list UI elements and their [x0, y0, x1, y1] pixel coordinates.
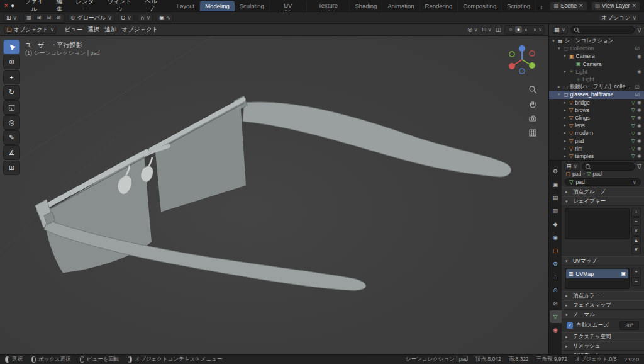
disclosure-caret[interactable]: ▾	[562, 69, 567, 74]
panel-normals[interactable]: ▾ ノーマル	[562, 310, 644, 319]
panel-shape-keys[interactable]: ▾ シェイプキー	[562, 196, 644, 206]
select-mode-subtract-icon[interactable]: ⊟	[44, 15, 54, 20]
row-label[interactable]: lens	[575, 122, 585, 128]
workspace-tab[interactable]: Texture Paint	[307, 1, 350, 11]
row-toggle-icon[interactable]: ☑	[635, 46, 640, 52]
viewport-menu-item[interactable]: 追加	[102, 25, 119, 35]
move-shape-key-up-button[interactable]: ▲	[631, 236, 641, 245]
pan-hand-icon[interactable]	[528, 100, 537, 108]
row-label[interactable]: brows	[575, 107, 589, 113]
disclosure-caret[interactable]: ▸	[562, 154, 567, 159]
physics-tab[interactable]: ⊙	[550, 284, 562, 297]
row-toggle-icon[interactable]: ▽	[631, 138, 635, 144]
row-toggle-icon[interactable]: ▽	[631, 130, 635, 136]
tool-tab[interactable]: ⚙	[550, 165, 562, 178]
visibility-icon[interactable]: ◉	[637, 123, 641, 128]
outliner-display-mode[interactable]: ▦ ∨	[552, 26, 568, 34]
gizmos-dropdown[interactable]: ◎ ∨	[467, 27, 477, 33]
viewport-menu-item[interactable]: 選択	[85, 25, 102, 35]
visibility-icon[interactable]: ◉	[637, 100, 641, 105]
render-toggle-icon[interactable]: ▣	[621, 271, 626, 276]
workspace-tab[interactable]: Modeling	[200, 1, 235, 11]
object-tab[interactable]: ▢	[550, 244, 562, 257]
row-toggle-icon[interactable]: ☑	[635, 92, 640, 98]
shading-rendered-button[interactable]: ◑	[531, 26, 538, 33]
disclosure-caret[interactable]: ▸	[562, 123, 567, 128]
row-toggle-icon[interactable]: ▽	[631, 115, 635, 120]
outliner-row[interactable]: ▣ Camera	[549, 60, 644, 68]
outliner-row[interactable]: ▸ ▽ temples ▽ ◉	[549, 152, 644, 160]
disclosure-caret[interactable]: ▸	[562, 115, 567, 120]
world-tab[interactable]: ◉	[550, 231, 562, 244]
row-toggle-icon[interactable]: ▽	[631, 153, 635, 159]
outliner-row[interactable]: ▸ ▽ bridge ▽ ◉	[549, 99, 644, 106]
select-box-tool[interactable]: ▶	[3, 40, 20, 54]
visibility-icon[interactable]: ◉	[637, 69, 641, 74]
annotate-tool[interactable]: ✎	[3, 130, 20, 145]
row-label[interactable]: modern	[575, 130, 593, 136]
transform-tool[interactable]: ◎	[3, 115, 20, 130]
panel-texture-space[interactable]: ▸ テクスチャ空間	[562, 332, 644, 341]
disclosure-caret[interactable]: ▾	[557, 92, 562, 97]
workspace-tab[interactable]: Animation	[382, 1, 419, 11]
properties-search-input[interactable]	[582, 162, 635, 171]
workspace-tab[interactable]: Shading	[350, 1, 382, 11]
pivot-point-dropdown[interactable]: ⊙ ∨	[118, 14, 134, 22]
outliner-row[interactable]: ▸ ▢ 眼鏡(ハーフリム)_collection ☑	[549, 83, 644, 91]
scene-selector[interactable]: ▦ Scene ✕	[550, 1, 587, 11]
row-label[interactable]: bridge	[575, 100, 590, 106]
visibility-icon[interactable]: ◉	[637, 153, 641, 159]
output-tab[interactable]: ▤	[550, 191, 562, 204]
row-toggle-icon[interactable]: ▽	[631, 123, 635, 128]
xray-toggle[interactable]: ◫	[496, 27, 501, 33]
add-cube-tool[interactable]: ⊞	[3, 161, 20, 175]
viewport-canvas[interactable]: ユーザー・平行投影 (1) シーンコレクション | pad ▶ ⊕	[0, 36, 548, 354]
select-mode-new-icon[interactable]: ▦	[24, 15, 35, 20]
row-label[interactable]: Camera	[576, 53, 595, 59]
workspace-tab[interactable]: UV Editing	[270, 1, 307, 11]
viewport-menu-item[interactable]: ビュー	[62, 25, 85, 35]
disclosure-caret[interactable]: ▸	[562, 130, 567, 135]
row-label[interactable]: temples	[575, 153, 594, 159]
remove-uv-map-button[interactable]: −	[631, 277, 641, 286]
row-label[interactable]: pad	[575, 138, 584, 144]
snap-dropdown[interactable]: ∩ ∨	[138, 14, 153, 22]
disclosure-caret[interactable]: ▾	[557, 46, 562, 51]
outliner-row[interactable]: ▸ ▽ brows ▽ ◉	[549, 106, 644, 114]
add-uv-map-button[interactable]: +	[631, 268, 641, 276]
row-label[interactable]: rim	[575, 145, 582, 152]
proportional-edit-dropdown[interactable]: ◉ ∿	[157, 14, 173, 22]
disclosure-caret[interactable]: ▸	[557, 84, 561, 89]
visibility-icon[interactable]: ◉	[637, 54, 641, 59]
modifiers-tab[interactable]: ⚙	[550, 258, 562, 270]
material-tab[interactable]: ◉	[550, 324, 562, 336]
remove-shape-key-button[interactable]: −	[631, 217, 641, 226]
scene-unlink-icon[interactable]: ✕	[579, 3, 584, 9]
outliner-row[interactable]: ▸ ▽ modern ▽ ◉	[549, 129, 644, 137]
scale-tool[interactable]: ◱	[3, 100, 20, 115]
scene-tab[interactable]: ◆	[550, 218, 562, 230]
constraints-tab[interactable]: ⊘	[550, 297, 562, 310]
particles-tab[interactable]: ∴	[550, 271, 562, 283]
outliner-row[interactable]: ▸ ▽ lens ▽ ◉	[549, 122, 644, 129]
select-mode-extend-icon[interactable]: ⊞	[35, 15, 45, 20]
breadcrumb-object-name[interactable]: pad	[572, 171, 581, 177]
row-label[interactable]: Collection	[570, 45, 594, 52]
auto-smooth-checkbox[interactable]: ✓	[567, 322, 573, 329]
navigation-gizmo[interactable]	[504, 42, 540, 77]
workspace-tab[interactable]: Rendering	[420, 1, 458, 11]
filter-icon[interactable]: ∇	[637, 27, 641, 33]
visibility-icon[interactable]: ◉	[637, 115, 641, 120]
outliner-row[interactable]: ▸ ▽ Clings ▽ ◉	[549, 114, 644, 122]
disclosure-caret[interactable]: ▾	[551, 38, 556, 43]
move-tool[interactable]: +	[3, 70, 20, 84]
panel-vertex-groups[interactable]: ▸ 頂点グループ	[562, 187, 644, 196]
shading-material-button[interactable]: ◐	[523, 26, 530, 33]
uv-map-item[interactable]: ▥ UVMap ▣	[566, 269, 628, 278]
outliner-row[interactable]: ▾ ▢ glasses_halfframe ☑	[549, 91, 644, 98]
visibility-icon[interactable]: ◉	[637, 145, 641, 151]
outliner-row[interactable]: ▸ ▽ pad ▽ ◉	[549, 137, 644, 144]
camera-view-icon[interactable]	[528, 114, 537, 123]
row-toggle-icon[interactable]: ▽	[631, 145, 635, 151]
visibility-icon[interactable]: ◉	[637, 130, 641, 136]
